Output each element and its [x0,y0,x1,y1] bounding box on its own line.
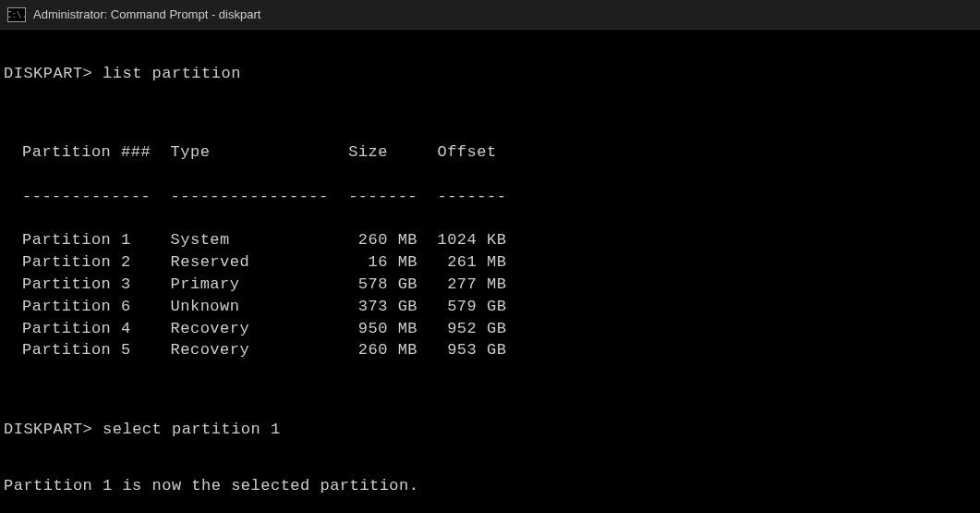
window-title: Administrator: Command Prompt - diskpart [33,7,260,21]
table-header: Partition ### Type Size Offset [22,141,976,164]
output-message: Partition 1 is now the selected partitio… [4,475,976,497]
prompt: DISKPART> [4,65,92,82]
table-row: Partition 3 Primary 578 GB 277 MB [22,274,976,296]
table-row: Partition 2 Reserved 16 MB 261 MB [22,251,976,274]
command-line: DISKPART> list partition [4,63,976,85]
cmd-icon: C:\. [7,7,26,22]
command-text: select partition 1 [103,421,281,438]
table-row: Partition 4 Recovery 950 MB 952 GB [22,318,976,340]
command-line: DISKPART> select partition 1 [4,419,976,441]
partition-table: Partition ### Type Size Offset ---------… [4,119,976,384]
command-text: list partition [103,65,241,82]
terminal-output[interactable]: DISKPART> list partition Partition ### T… [0,30,980,513]
table-row: Partition 1 System 260 MB 1024 KB [22,229,976,251]
table-row: Partition 5 Recovery 260 MB 953 GB [22,339,976,361]
table-row: Partition 6 Unknown 373 GB 579 GB [22,296,976,318]
window-titlebar[interactable]: C:\. Administrator: Command Prompt - dis… [0,0,980,30]
table-divider: ------------- ---------------- ------- -… [22,186,976,208]
prompt: DISKPART> [4,421,92,438]
